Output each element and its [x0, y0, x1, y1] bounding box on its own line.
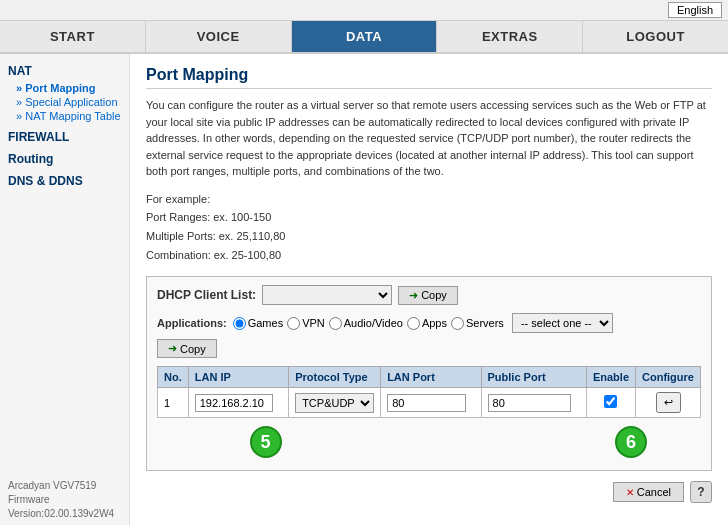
- nav-data[interactable]: DATA: [292, 21, 438, 52]
- row-enable[interactable]: [586, 388, 635, 418]
- col-no: No.: [158, 367, 189, 388]
- configure-button[interactable]: ↩: [656, 392, 681, 413]
- radio-games-input[interactable]: [233, 317, 246, 330]
- row-lan-ip[interactable]: [188, 388, 288, 418]
- radio-games-label: Games: [248, 317, 283, 329]
- example-line2: Multiple Ports: ex. 25,110,80: [146, 227, 712, 246]
- layout: NAT Port Mapping Special Application NAT…: [0, 54, 728, 525]
- radio-servers-label: Servers: [466, 317, 504, 329]
- radio-vpn-label: VPN: [302, 317, 325, 329]
- table-row: 1 TCP&UDP: [158, 388, 701, 418]
- row-no: 1: [158, 388, 189, 418]
- radio-apps-input[interactable]: [407, 317, 420, 330]
- page-title: Port Mapping: [146, 66, 712, 89]
- radio-vpn[interactable]: VPN: [287, 317, 325, 330]
- main-nav: START VOICE DATA EXTRAS LOGOUT: [0, 21, 728, 54]
- apps-label: Applications:: [157, 317, 227, 329]
- row-configure[interactable]: ↩: [636, 388, 701, 418]
- row-protocol[interactable]: TCP&UDP: [289, 388, 381, 418]
- step5-circle: 5: [250, 426, 282, 458]
- col-protocol: Protocol Type: [289, 367, 381, 388]
- radio-av-label: Audio/Video: [344, 317, 403, 329]
- step6-circle: 6: [615, 426, 647, 458]
- step6-col: 6: [591, 426, 671, 458]
- radio-vpn-input[interactable]: [287, 317, 300, 330]
- radio-apps-label: Apps: [422, 317, 447, 329]
- step5-col: 5: [157, 426, 374, 458]
- radio-av-input[interactable]: [329, 317, 342, 330]
- example-line3: Combination: ex. 25-100,80: [146, 246, 712, 265]
- dhcp-row: DHCP Client List: Copy: [157, 285, 701, 305]
- form-box: DHCP Client List: Copy Applications: Gam…: [146, 276, 712, 471]
- col-enable: Enable: [586, 367, 635, 388]
- firmware-line2: Firmware Version:02.00.139v2W4: [8, 493, 129, 521]
- apps-copy-button[interactable]: Copy: [157, 339, 217, 358]
- sidebar-item-nat-table[interactable]: NAT Mapping Table: [16, 110, 121, 122]
- nav-extras[interactable]: EXTRAS: [437, 21, 583, 52]
- help-button[interactable]: ?: [690, 481, 712, 503]
- description-text: You can configure the router as a virtua…: [146, 97, 712, 180]
- cancel-button[interactable]: Cancel: [613, 482, 684, 502]
- dhcp-select[interactable]: [262, 285, 392, 305]
- sidebar-item-special-app[interactable]: Special Application: [16, 96, 121, 108]
- port-table: No. LAN IP Protocol Type LAN Port Public…: [157, 366, 701, 418]
- nav-logout[interactable]: LOGOUT: [583, 21, 728, 52]
- enable-checkbox[interactable]: [604, 395, 617, 408]
- dhcp-label: DHCP Client List:: [157, 288, 256, 302]
- example-block: For example: Port Ranges: ex. 100-150 Mu…: [146, 190, 712, 265]
- spacer2: [671, 426, 701, 458]
- bottom-buttons: Cancel ?: [146, 481, 712, 503]
- language-button[interactable]: English: [668, 2, 722, 18]
- public-port-input[interactable]: [488, 394, 571, 412]
- firmware-line1: Arcadyan VGV7519: [8, 479, 129, 493]
- radio-servers-input[interactable]: [451, 317, 464, 330]
- sidebar-item-port-mapping[interactable]: Port Mapping: [16, 82, 121, 94]
- radio-audio-video[interactable]: Audio/Video: [329, 317, 403, 330]
- nav-start[interactable]: START: [0, 21, 146, 52]
- radio-games[interactable]: Games: [233, 317, 283, 330]
- nav-voice[interactable]: VOICE: [146, 21, 292, 52]
- dhcp-copy-button[interactable]: Copy: [398, 286, 458, 305]
- apps-select[interactable]: -- select one --: [512, 313, 613, 333]
- sidebar-section-dns: DNS & DDNS: [8, 174, 121, 188]
- row-lan-port[interactable]: [381, 388, 481, 418]
- apps-row: Applications: Games VPN Audio/Video Apps: [157, 313, 701, 333]
- radio-apps[interactable]: Apps: [407, 317, 447, 330]
- example-header: For example:: [146, 190, 712, 209]
- sidebar-section-routing: Routing: [8, 152, 121, 166]
- protocol-select[interactable]: TCP&UDP: [295, 393, 374, 413]
- top-bar: English: [0, 0, 728, 21]
- lan-ip-input[interactable]: [195, 394, 274, 412]
- sidebar-section-firewall: FIREWALL: [8, 130, 121, 144]
- example-line1: Port Ranges: ex. 100-150: [146, 208, 712, 227]
- main-content: Port Mapping You can configure the route…: [130, 54, 728, 525]
- lan-port-input[interactable]: [387, 394, 466, 412]
- col-public-port: Public Port: [481, 367, 586, 388]
- col-lan-port: LAN Port: [381, 367, 481, 388]
- radio-servers[interactable]: Servers: [451, 317, 504, 330]
- step-circles-row: 5 6: [157, 418, 701, 462]
- row-public-port[interactable]: [481, 388, 586, 418]
- sidebar-section-nat: NAT: [8, 64, 121, 78]
- col-lan-ip: LAN IP: [188, 367, 288, 388]
- spacer: [374, 426, 591, 458]
- sidebar-footer: Arcadyan VGV7519 Firmware Version:02.00.…: [8, 479, 129, 521]
- sidebar: NAT Port Mapping Special Application NAT…: [0, 54, 130, 525]
- col-configure: Configure: [636, 367, 701, 388]
